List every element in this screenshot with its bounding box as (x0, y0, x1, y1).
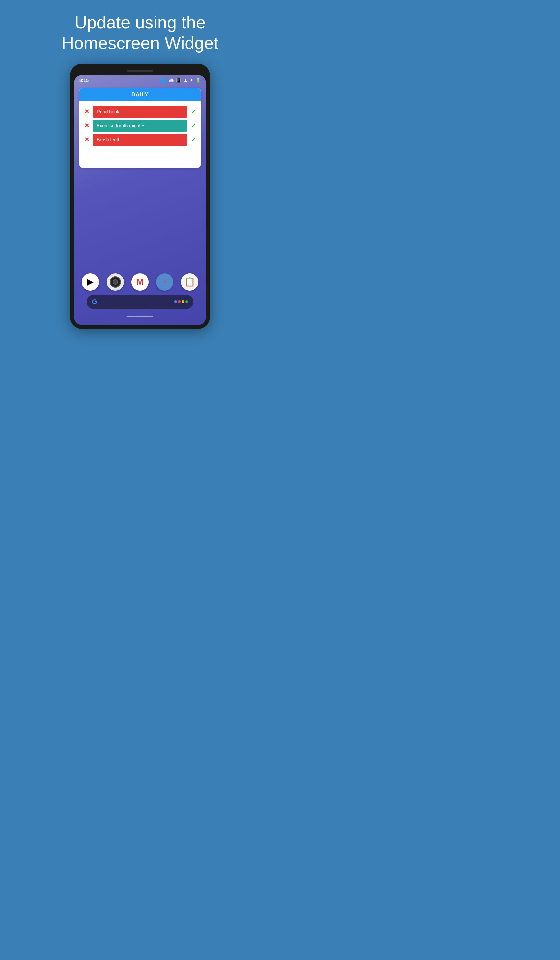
habits-icon: ✓ ✕ ✓ (163, 275, 166, 290)
camera-icon (110, 276, 121, 288)
task-check-icon-3: ✓ (190, 136, 197, 144)
dock-apps-row: ▶ M ✓ ✕ ✓ (79, 274, 201, 291)
app-gmail[interactable]: M (131, 274, 149, 291)
home-indicator (126, 316, 153, 317)
globe-icon: 🌐 (161, 78, 166, 83)
task-label-3[interactable]: Brush teeth (93, 134, 187, 146)
wifi-icon: ▲ (183, 78, 188, 83)
wallpaper-area (74, 170, 206, 269)
task-row-2[interactable]: ✕ Exercise for 45 minutes ✓ (83, 120, 197, 132)
google-g-icon: G (92, 298, 98, 306)
daily-widget[interactable]: DAILY ✕ Read book ✓ ✕ Exercise for 45 mi… (79, 88, 201, 168)
phone-frame: 8:15 🌐 ☁️ 📳 ▲ ✈ 🔋 DAILY ✕ Read book (70, 64, 210, 329)
airplane-icon: ✈ (190, 78, 194, 83)
task-row-3[interactable]: ✕ Brush teeth ✓ (83, 134, 197, 146)
battery-icon: 🔋 (195, 78, 201, 83)
app-task-tracker[interactable]: 📋 (181, 274, 198, 291)
widget-body: ✕ Read book ✓ ✕ Exercise for 45 minutes … (79, 101, 201, 168)
phone-screen: 8:15 🌐 ☁️ 📳 ▲ ✈ 🔋 DAILY ✕ Read book (74, 75, 206, 325)
status-time: 8:15 (79, 78, 89, 83)
status-icons: 🌐 ☁️ 📳 ▲ ✈ 🔋 (161, 78, 201, 83)
dot-blue (174, 300, 177, 303)
task-x-icon-3: ✕ (83, 136, 90, 143)
widget-title: DAILY (131, 92, 149, 98)
task-x-icon-1: ✕ (83, 108, 90, 115)
task-label-2[interactable]: Exercise for 45 minutes (93, 120, 187, 132)
app-google-play[interactable]: ▶ (82, 274, 99, 291)
task-row-1[interactable]: ✕ Read book ✓ (83, 106, 197, 118)
app-habits[interactable]: ✓ ✕ ✓ (156, 274, 173, 291)
gmail-icon: M (136, 277, 144, 287)
home-dock: ▶ M ✓ ✕ ✓ (74, 269, 206, 325)
vibrate-icon: 📳 (176, 78, 181, 83)
clipboard-icon: 📋 (184, 277, 195, 287)
status-bar: 8:15 🌐 ☁️ 📳 ▲ ✈ 🔋 (74, 75, 206, 86)
dot-yellow (182, 300, 184, 303)
camera-lens (113, 279, 118, 285)
task-label-1[interactable]: Read book (93, 106, 187, 118)
dot-red (178, 300, 181, 303)
task-check-icon-2: ✓ (190, 122, 197, 130)
widget-header: DAILY (79, 88, 201, 101)
task-x-icon-2: ✕ (83, 122, 90, 130)
app-camera[interactable] (107, 274, 124, 291)
task-check-icon-1: ✓ (190, 108, 197, 116)
play-icon: ▶ (87, 277, 94, 287)
phone-speaker (126, 70, 153, 72)
dot-green (185, 300, 188, 303)
google-dots-icon (174, 300, 188, 303)
page-title: Update using the Homescreen Widget (48, 0, 232, 64)
google-search-bar[interactable]: G (87, 295, 194, 309)
cloud-icon: ☁️ (168, 78, 174, 83)
